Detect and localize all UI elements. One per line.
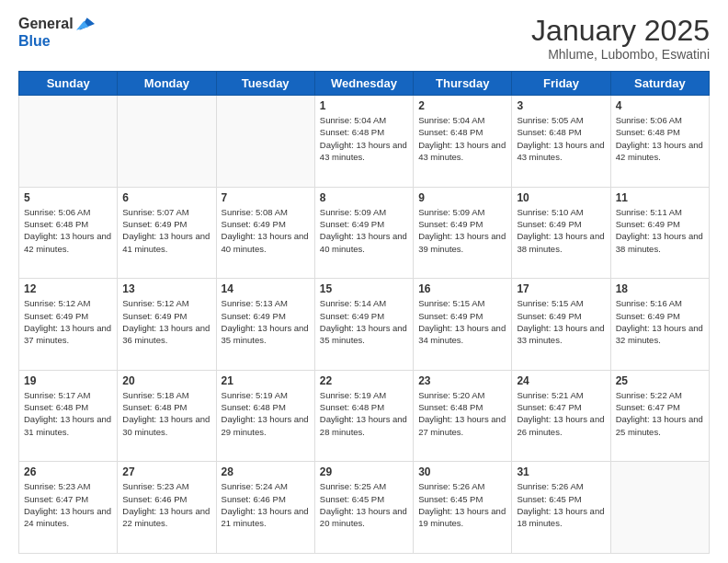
table-row: 30Sunrise: 5:26 AM Sunset: 6:45 PM Dayli… xyxy=(414,462,512,554)
page: General Blue January 2025 Mhlume, Lubomb… xyxy=(0,0,728,563)
day-number: 5 xyxy=(24,191,112,204)
col-sunday: Sunday xyxy=(19,72,118,96)
title-section: January 2025 Mhlume, Lubombo, Eswatini xyxy=(531,15,710,62)
day-number: 13 xyxy=(122,282,210,295)
day-info: Sunrise: 5:08 AM Sunset: 6:49 PM Dayligh… xyxy=(222,206,310,255)
day-number: 30 xyxy=(418,465,506,478)
table-row: 14Sunrise: 5:13 AM Sunset: 6:49 PM Dayli… xyxy=(216,279,314,371)
day-number: 20 xyxy=(122,374,210,387)
day-number: 29 xyxy=(320,465,408,478)
table-row: 6Sunrise: 5:07 AM Sunset: 6:49 PM Daylig… xyxy=(118,187,216,279)
day-number: 12 xyxy=(24,282,112,295)
table-row: 21Sunrise: 5:19 AM Sunset: 6:48 PM Dayli… xyxy=(216,370,314,462)
table-row: 11Sunrise: 5:11 AM Sunset: 6:49 PM Dayli… xyxy=(610,187,709,279)
calendar-week-row: 12Sunrise: 5:12 AM Sunset: 6:49 PM Dayli… xyxy=(19,279,710,371)
header: General Blue January 2025 Mhlume, Lubomb… xyxy=(18,15,710,62)
day-info: Sunrise: 5:05 AM Sunset: 6:48 PM Dayligh… xyxy=(517,114,605,163)
day-info: Sunrise: 5:26 AM Sunset: 6:45 PM Dayligh… xyxy=(517,480,605,529)
day-info: Sunrise: 5:16 AM Sunset: 6:49 PM Dayligh… xyxy=(616,297,704,346)
table-row: 12Sunrise: 5:12 AM Sunset: 6:49 PM Dayli… xyxy=(19,279,118,371)
col-thursday: Thursday xyxy=(414,72,512,96)
day-number: 31 xyxy=(517,465,605,478)
day-number: 28 xyxy=(222,465,310,478)
day-info: Sunrise: 5:06 AM Sunset: 6:48 PM Dayligh… xyxy=(24,206,112,255)
day-number: 6 xyxy=(122,191,210,204)
table-row: 29Sunrise: 5:25 AM Sunset: 6:45 PM Dayli… xyxy=(314,462,413,554)
calendar-week-row: 5Sunrise: 5:06 AM Sunset: 6:48 PM Daylig… xyxy=(19,187,710,279)
table-row: 22Sunrise: 5:19 AM Sunset: 6:48 PM Dayli… xyxy=(314,370,413,462)
table-row: 15Sunrise: 5:14 AM Sunset: 6:49 PM Dayli… xyxy=(314,279,413,371)
day-number: 4 xyxy=(616,99,704,112)
day-info: Sunrise: 5:06 AM Sunset: 6:48 PM Dayligh… xyxy=(616,114,704,163)
table-row xyxy=(19,96,118,188)
location-subtitle: Mhlume, Lubombo, Eswatini xyxy=(531,47,710,62)
day-info: Sunrise: 5:23 AM Sunset: 6:47 PM Dayligh… xyxy=(24,480,112,529)
col-saturday: Saturday xyxy=(610,72,709,96)
month-year-title: January 2025 xyxy=(531,15,710,47)
day-info: Sunrise: 5:13 AM Sunset: 6:49 PM Dayligh… xyxy=(222,297,310,346)
day-info: Sunrise: 5:18 AM Sunset: 6:48 PM Dayligh… xyxy=(122,389,210,438)
table-row: 2Sunrise: 5:04 AM Sunset: 6:48 PM Daylig… xyxy=(414,96,512,188)
day-number: 27 xyxy=(122,465,210,478)
day-info: Sunrise: 5:11 AM Sunset: 6:49 PM Dayligh… xyxy=(616,206,704,255)
day-number: 19 xyxy=(24,374,112,387)
day-info: Sunrise: 5:20 AM Sunset: 6:48 PM Dayligh… xyxy=(418,389,506,438)
day-info: Sunrise: 5:09 AM Sunset: 6:49 PM Dayligh… xyxy=(418,206,506,255)
table-row: 10Sunrise: 5:10 AM Sunset: 6:49 PM Dayli… xyxy=(512,187,610,279)
day-number: 24 xyxy=(517,374,605,387)
day-number: 15 xyxy=(320,282,408,295)
table-row: 3Sunrise: 5:05 AM Sunset: 6:48 PM Daylig… xyxy=(512,96,610,188)
table-row: 19Sunrise: 5:17 AM Sunset: 6:48 PM Dayli… xyxy=(19,370,118,462)
day-number: 23 xyxy=(418,374,506,387)
calendar-header-row: Sunday Monday Tuesday Wednesday Thursday… xyxy=(19,72,710,96)
day-number: 2 xyxy=(418,99,506,112)
table-row xyxy=(118,96,216,188)
logo-general: General xyxy=(18,16,74,32)
table-row: 18Sunrise: 5:16 AM Sunset: 6:49 PM Dayli… xyxy=(610,279,709,371)
table-row xyxy=(610,462,709,554)
table-row: 27Sunrise: 5:23 AM Sunset: 6:46 PM Dayli… xyxy=(118,462,216,554)
table-row: 17Sunrise: 5:15 AM Sunset: 6:49 PM Dayli… xyxy=(512,279,610,371)
day-number: 8 xyxy=(320,191,408,204)
day-info: Sunrise: 5:14 AM Sunset: 6:49 PM Dayligh… xyxy=(320,297,408,346)
day-info: Sunrise: 5:09 AM Sunset: 6:49 PM Dayligh… xyxy=(320,206,408,255)
day-info: Sunrise: 5:26 AM Sunset: 6:45 PM Dayligh… xyxy=(418,480,506,529)
calendar-week-row: 1Sunrise: 5:04 AM Sunset: 6:48 PM Daylig… xyxy=(19,96,710,188)
table-row: 1Sunrise: 5:04 AM Sunset: 6:48 PM Daylig… xyxy=(314,96,413,188)
day-number: 16 xyxy=(418,282,506,295)
day-info: Sunrise: 5:04 AM Sunset: 6:48 PM Dayligh… xyxy=(320,114,408,163)
day-info: Sunrise: 5:25 AM Sunset: 6:45 PM Dayligh… xyxy=(320,480,408,529)
day-number: 1 xyxy=(320,99,408,112)
table-row: 24Sunrise: 5:21 AM Sunset: 6:47 PM Dayli… xyxy=(512,370,610,462)
table-row: 13Sunrise: 5:12 AM Sunset: 6:49 PM Dayli… xyxy=(118,279,216,371)
day-info: Sunrise: 5:04 AM Sunset: 6:48 PM Dayligh… xyxy=(418,114,506,163)
day-number: 14 xyxy=(222,282,310,295)
day-info: Sunrise: 5:12 AM Sunset: 6:49 PM Dayligh… xyxy=(24,297,112,346)
table-row: 31Sunrise: 5:26 AM Sunset: 6:45 PM Dayli… xyxy=(512,462,610,554)
day-number: 25 xyxy=(616,374,704,387)
day-info: Sunrise: 5:15 AM Sunset: 6:49 PM Dayligh… xyxy=(418,297,506,346)
day-info: Sunrise: 5:21 AM Sunset: 6:47 PM Dayligh… xyxy=(517,389,605,438)
table-row: 8Sunrise: 5:09 AM Sunset: 6:49 PM Daylig… xyxy=(314,187,413,279)
day-info: Sunrise: 5:12 AM Sunset: 6:49 PM Dayligh… xyxy=(122,297,210,346)
day-number: 9 xyxy=(418,191,506,204)
day-number: 11 xyxy=(616,191,704,204)
table-row: 7Sunrise: 5:08 AM Sunset: 6:49 PM Daylig… xyxy=(216,187,314,279)
col-wednesday: Wednesday xyxy=(314,72,413,96)
day-info: Sunrise: 5:07 AM Sunset: 6:49 PM Dayligh… xyxy=(122,206,210,255)
table-row: 23Sunrise: 5:20 AM Sunset: 6:48 PM Dayli… xyxy=(414,370,512,462)
calendar-week-row: 26Sunrise: 5:23 AM Sunset: 6:47 PM Dayli… xyxy=(19,462,710,554)
table-row: 26Sunrise: 5:23 AM Sunset: 6:47 PM Dayli… xyxy=(19,462,118,554)
logo-icon xyxy=(76,15,95,33)
day-number: 21 xyxy=(222,374,310,387)
col-monday: Monday xyxy=(118,72,216,96)
day-number: 17 xyxy=(517,282,605,295)
day-number: 26 xyxy=(24,465,112,478)
table-row: 4Sunrise: 5:06 AM Sunset: 6:48 PM Daylig… xyxy=(610,96,709,188)
day-number: 3 xyxy=(517,99,605,112)
table-row: 28Sunrise: 5:24 AM Sunset: 6:46 PM Dayli… xyxy=(216,462,314,554)
table-row: 5Sunrise: 5:06 AM Sunset: 6:48 PM Daylig… xyxy=(19,187,118,279)
day-number: 10 xyxy=(517,191,605,204)
day-info: Sunrise: 5:17 AM Sunset: 6:48 PM Dayligh… xyxy=(24,389,112,438)
table-row xyxy=(216,96,314,188)
